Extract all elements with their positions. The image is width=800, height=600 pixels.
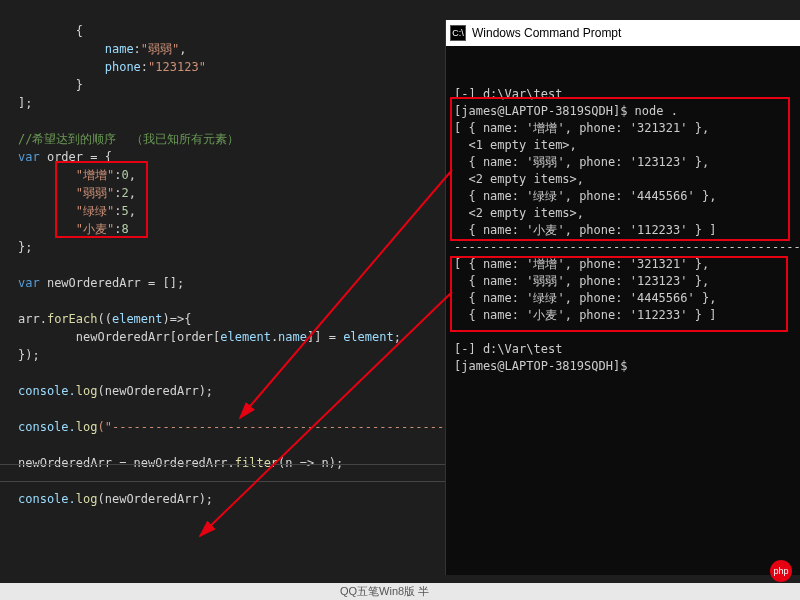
comma: , <box>179 42 186 56</box>
object-name: console. <box>18 492 76 506</box>
code-line: }); <box>18 348 40 362</box>
code-text: arr. <box>18 312 47 326</box>
variable: element <box>343 330 394 344</box>
code-line <box>18 60 105 74</box>
code-editor[interactable]: { name:"弱弱", phone:"123123" } ]; //希望达到的… <box>0 0 445 600</box>
string-literal: ("--------------------------------------… <box>97 420 458 434</box>
variable: element <box>220 330 271 344</box>
title-bar[interactable]: C:\ Windows Command Prompt <box>446 20 800 46</box>
code-text: )=>{ <box>163 312 192 326</box>
code-text: ]] = <box>307 330 343 344</box>
code-line <box>18 42 105 56</box>
keyword-var: var <box>18 150 40 164</box>
code-text: (newOrderedArr); <box>97 492 213 506</box>
code-text: ; <box>394 330 401 344</box>
comment: //希望达到的顺序 （我已知所有元素） <box>18 132 239 146</box>
code-line: }; <box>18 240 32 254</box>
function-name: log <box>76 492 98 506</box>
code-line: } <box>18 78 83 92</box>
cmd-icon: C:\ <box>450 25 466 41</box>
object-name: console. <box>18 384 76 398</box>
parameter: element <box>112 312 163 326</box>
code-text: (( <box>97 312 111 326</box>
terminal-prompt[interactable]: [james@LAPTOP-3819SQDH]$ <box>454 359 627 373</box>
annotation-box <box>55 161 148 238</box>
window-title: Windows Command Prompt <box>472 26 621 40</box>
code-text: newOrderedArr = []; <box>40 276 185 290</box>
code-line: { <box>18 24 83 38</box>
function-name: forEach <box>47 312 98 326</box>
colon: : <box>141 60 148 74</box>
keyword-var: var <box>18 276 40 290</box>
ime-status-text: QQ五笔Win8版 半 <box>340 584 429 599</box>
watermark-badge: php <box>770 560 792 582</box>
terminal-line: [-] d:\Var\test <box>454 342 562 356</box>
terminal-line: ----------------------------------------… <box>454 240 800 254</box>
annotation-box <box>450 256 788 332</box>
property-name: name <box>278 330 307 344</box>
string-literal: "弱弱" <box>141 42 179 56</box>
active-line-highlight <box>0 464 445 482</box>
function-name: log <box>76 384 98 398</box>
property-name: name <box>105 42 134 56</box>
code-text: (newOrderedArr); <box>97 384 213 398</box>
code-line: ]; <box>18 96 32 110</box>
string-literal: "123123" <box>148 60 206 74</box>
colon: : <box>134 42 141 56</box>
object-name: console. <box>18 420 76 434</box>
property-name: phone <box>105 60 141 74</box>
ime-status-bar: QQ五笔Win8版 半 <box>0 583 800 600</box>
function-name: log <box>76 420 98 434</box>
code-text: newOrderedArr[order[ <box>18 330 220 344</box>
annotation-box <box>450 97 790 241</box>
